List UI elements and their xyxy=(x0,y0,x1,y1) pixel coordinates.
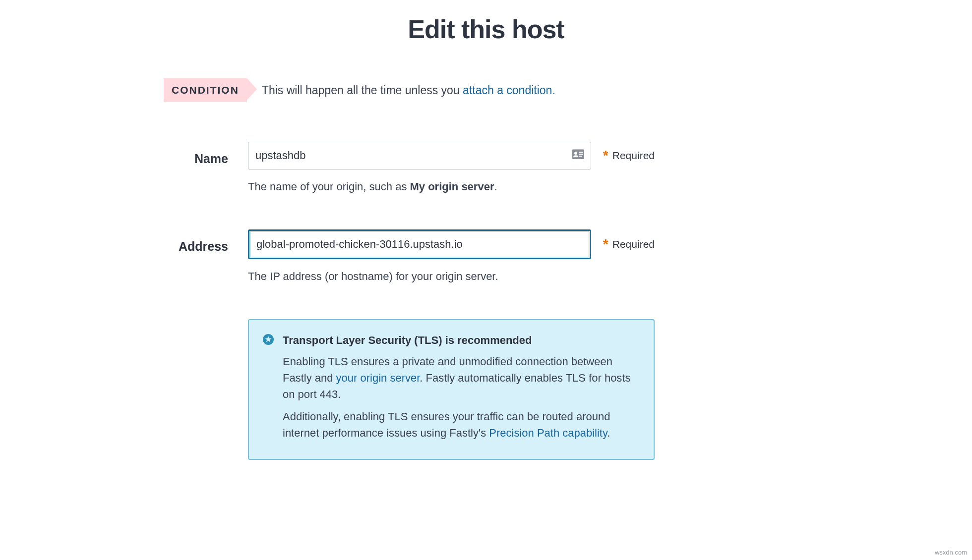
address-row: Address * Required The IP address (or ho… xyxy=(159,229,813,284)
name-label: Name xyxy=(159,142,248,168)
name-row: Name xyxy=(159,142,813,195)
condition-tag: CONDITION xyxy=(164,78,247,102)
name-help-bold: My origin server xyxy=(410,180,494,193)
id-badge-icon xyxy=(572,148,584,164)
required-label: Required xyxy=(612,236,655,252)
tls-info-box: Transport Layer Security (TLS) is recomm… xyxy=(248,319,655,460)
svg-rect-4 xyxy=(579,156,582,157)
asterisk-icon: * xyxy=(603,237,608,251)
attach-condition-link[interactable]: attach a condition. xyxy=(463,84,555,97)
required-label: Required xyxy=(612,148,655,164)
info-title: Transport Layer Security (TLS) is recomm… xyxy=(283,332,640,348)
condition-text-before: This will happen all the time unless you xyxy=(262,84,463,97)
name-help: The name of your origin, such as My orig… xyxy=(248,178,655,195)
info-paragraph-2: Additionally, enabling TLS ensures your … xyxy=(283,408,640,441)
asterisk-icon: * xyxy=(603,149,608,163)
name-required: * Required xyxy=(603,148,655,164)
name-help-prefix: The name of your origin, such as xyxy=(248,180,410,193)
condition-row: CONDITION This will happen all the time … xyxy=(159,78,813,102)
svg-rect-3 xyxy=(579,154,583,155)
your-origin-server-link[interactable]: your origin server xyxy=(336,372,420,384)
address-label: Address xyxy=(159,229,248,256)
svg-rect-2 xyxy=(579,152,583,153)
condition-text: This will happen all the time unless you… xyxy=(262,82,555,99)
address-input[interactable] xyxy=(248,229,591,259)
info-row: . Transport Layer Security (TLS) is reco… xyxy=(159,319,813,460)
svg-point-1 xyxy=(574,152,577,155)
page-title: Edit this host xyxy=(159,10,813,49)
info-p2-after: . xyxy=(607,427,610,439)
address-required: * Required xyxy=(603,236,655,252)
precision-path-link[interactable]: Precision Path capability xyxy=(489,427,607,439)
star-circle-icon xyxy=(263,334,274,349)
info-paragraph-1: Enabling TLS ensures a private and unmod… xyxy=(283,353,640,402)
address-help: The IP address (or hostname) for your or… xyxy=(248,268,655,284)
name-help-suffix: . xyxy=(494,180,497,193)
name-input[interactable] xyxy=(248,142,591,169)
